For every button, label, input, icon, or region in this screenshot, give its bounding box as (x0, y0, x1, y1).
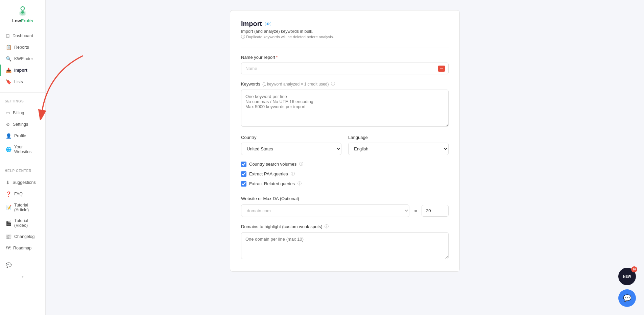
country-volumes-label: Country search volumes (249, 162, 296, 167)
fab-container: NEW 10 💬 (618, 268, 636, 307)
name-error-icon: ··· (438, 66, 445, 72)
extract-paa-label: Extract PAA queries (249, 171, 288, 176)
checkbox-item-extract-paa: Extract PAA queries ⓘ (241, 171, 449, 177)
sidebar-item-profile[interactable]: 👤 Profile (0, 130, 45, 142)
optional-section: Website or Max DA (Optional) domain.com … (241, 196, 449, 217)
sidebar-item-roadmap[interactable]: 🗺 Roadmap (0, 242, 45, 254)
max-da-input[interactable] (422, 205, 449, 217)
checkbox-item-country-volumes: Country search volumes ⓘ (241, 161, 449, 167)
import-icon: 📥 (6, 68, 11, 73)
sidebar-item-kwfinder[interactable]: 🔍 KWFinder (0, 53, 45, 65)
fab-new-button[interactable]: NEW 10 (618, 268, 636, 285)
chat-icon: 💬 (623, 294, 631, 302)
country-volumes-checkbox[interactable] (241, 162, 246, 167)
sidebar: LowFruits ⊟ Dashboard 📋 Reports 🔍 KWFind… (0, 0, 46, 315)
name-label: Name your report* (241, 55, 449, 60)
country-col: Country United States United Kingdom Can… (241, 135, 341, 155)
keywords-textarea[interactable] (241, 90, 449, 127)
logo[interactable]: LowFruits (0, 0, 45, 27)
billing-icon: ▭ (6, 110, 10, 116)
keywords-label-row: Keywords (1 keyword analyzed = 1 credit … (241, 81, 449, 87)
page-title-row: Import 📧 (241, 20, 449, 28)
faq-icon: ❓ (6, 191, 11, 197)
domains-highlight: Domains to highlight (custom weak spots)… (241, 224, 449, 261)
extract-related-info-icon[interactable]: ⓘ (297, 181, 302, 187)
tutorial-article-icon: 📝 (6, 205, 11, 210)
country-volumes-info-icon[interactable]: ⓘ (299, 161, 303, 167)
changelog-icon: 📰 (6, 234, 11, 239)
reports-icon: 📋 (6, 45, 11, 50)
checkbox-group: Country search volumes ⓘ Extract PAA que… (241, 161, 449, 187)
kwfinder-icon: 🔍 (6, 56, 11, 62)
extract-related-checkbox[interactable] (241, 181, 246, 187)
tutorial-video-icon: 🎬 (6, 220, 11, 226)
domains-highlight-label-row: Domains to highlight (custom weak spots)… (241, 224, 449, 229)
extract-related-label: Extract Related queries (249, 181, 295, 186)
language-label: Language (348, 135, 449, 140)
country-language-row: Country United States United Kingdom Can… (241, 135, 449, 155)
domain-select-wrapper: domain.com (241, 204, 409, 217)
main-content: Import 📧 Import (and analyze) keywords i… (46, 0, 644, 315)
domains-highlight-info-icon[interactable]: ⓘ (325, 224, 329, 229)
main-nav: ⊟ Dashboard 📋 Reports 🔍 KWFinder 📥 Impor… (0, 27, 45, 90)
settings-icon: ⚙ (6, 122, 10, 127)
sidebar-item-changelog[interactable]: 📰 Changelog (0, 231, 45, 242)
sidebar-item-your-websites[interactable]: 🌐 Your Websites (0, 142, 45, 157)
profile-icon: 👤 (6, 133, 11, 139)
checkbox-item-extract-related: Extract Related queries ⓘ (241, 181, 449, 187)
page-note: Duplicate keywords will be deleted befor… (241, 34, 449, 40)
lists-icon: 🔖 (6, 79, 11, 84)
website-label: Website or Max DA (Optional) (241, 196, 449, 201)
country-label: Country (241, 135, 341, 140)
logo-icon (17, 6, 28, 17)
sidebar-item-tutorial-video[interactable]: 🎬 Tutorial (Video) (0, 215, 45, 231)
domain-row: domain.com or (241, 204, 449, 217)
scroll-indicator: ▼ (0, 273, 45, 280)
sidebar-item-settings[interactable]: ⚙ Settings (0, 119, 45, 130)
sidebar-item-faq[interactable]: ❓ FAQ (0, 188, 45, 200)
name-input-wrapper: ··· (241, 63, 449, 74)
domains-highlight-textarea[interactable] (241, 232, 449, 259)
roadmap-icon: 🗺 (6, 245, 10, 251)
language-col: Language English Spanish French German I… (348, 135, 449, 155)
fab-new-badge: 10 (631, 266, 637, 272)
sidebar-item-feedback[interactable]: 💬 (0, 259, 45, 271)
keywords-info-icon[interactable]: ⓘ (331, 81, 335, 87)
svg-point-0 (21, 7, 25, 10)
page-subtitle: Import (and analyze) keywords in bulk. (241, 29, 449, 34)
domain-select[interactable]: domain.com (241, 204, 409, 217)
import-title-icon: 📧 (265, 21, 271, 27)
your-websites-icon: 🌐 (6, 147, 11, 152)
help-nav: ⬇ Suggestions ❓ FAQ 📝 Tutorial (Article)… (0, 174, 45, 257)
page-title: Import (241, 20, 262, 28)
or-text: or (413, 208, 418, 213)
extract-paa-checkbox[interactable] (241, 171, 246, 177)
settings-nav: ▭ Billing ⚙ Settings 👤 Profile 🌐 Your We… (0, 104, 45, 160)
extract-paa-info-icon[interactable]: ⓘ (291, 171, 295, 177)
sidebar-item-billing[interactable]: ▭ Billing (0, 107, 45, 119)
help-center-section-label: HELP CENTER (0, 164, 45, 174)
language-select[interactable]: English Spanish French German Italian (348, 143, 449, 155)
sidebar-item-import[interactable]: 📥 Import (0, 65, 45, 76)
import-form-card: Import 📧 Import (and analyze) keywords i… (230, 10, 460, 272)
fab-chat-button[interactable]: 💬 (618, 289, 636, 307)
suggestions-icon: ⬇ (6, 180, 10, 185)
country-select[interactable]: United States United Kingdom Canada Aust… (241, 143, 341, 155)
sidebar-item-dashboard[interactable]: ⊟ Dashboard (0, 30, 45, 42)
sidebar-item-tutorial-article[interactable]: 📝 Tutorial (Article) (0, 200, 45, 215)
dashboard-icon: ⊟ (6, 33, 10, 39)
settings-section-label: SETTINGS (0, 95, 45, 104)
logo-text: LowFruits (12, 18, 33, 23)
sidebar-item-reports[interactable]: 📋 Reports (0, 42, 45, 53)
sidebar-item-lists[interactable]: 🔖 Lists (0, 76, 45, 88)
sidebar-item-suggestions[interactable]: ⬇ Suggestions (0, 177, 45, 188)
name-input[interactable] (241, 63, 449, 74)
feedback-icon: 💬 (6, 262, 11, 268)
